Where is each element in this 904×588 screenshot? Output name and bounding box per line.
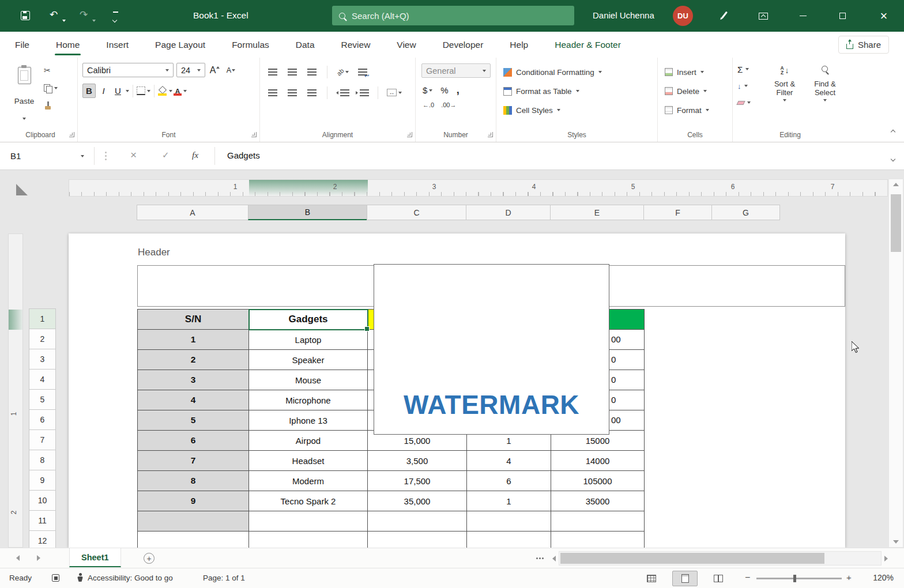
cell-styles-button[interactable]: Cell Styles (503, 103, 560, 118)
row-header-5[interactable]: 5 (29, 389, 56, 410)
scroll-up-icon[interactable] (893, 183, 899, 186)
horizontal-scroll-track[interactable] (559, 551, 882, 566)
cell-total[interactable]: 35000 (551, 491, 645, 511)
vertical-scroll-thumb[interactable] (891, 194, 901, 252)
sort-filter-button[interactable]: Sort & Filter (766, 63, 803, 101)
cell-empty[interactable] (249, 532, 368, 548)
inking-icon[interactable] (721, 12, 728, 19)
cell-sn[interactable]: 9 (138, 491, 249, 511)
column-header-g[interactable]: G (711, 205, 780, 220)
cell-sn[interactable]: 2 (138, 350, 249, 370)
tab-page-layout[interactable]: Page Layout (154, 32, 206, 58)
redo-dropdown-icon[interactable] (92, 14, 96, 24)
horizontal-scrollbar[interactable] (552, 551, 888, 566)
orientation-button[interactable] (336, 65, 349, 79)
fill-color-button[interactable] (158, 84, 172, 98)
tab-formulas[interactable]: Formulas (231, 32, 270, 58)
share-button[interactable]: Share (838, 36, 889, 54)
align-middle-button[interactable] (285, 65, 299, 79)
new-sheet-button[interactable] (144, 553, 155, 564)
tab-help[interactable]: Help (508, 32, 529, 58)
cell-total[interactable]: 105000 (551, 471, 645, 491)
scroll-left-icon[interactable] (552, 556, 556, 561)
paste-button[interactable]: Paste (9, 62, 39, 123)
increase-decimal-button[interactable]: ←.0 (423, 101, 434, 108)
tab-review[interactable]: Review (340, 32, 372, 58)
find-select-button[interactable]: Find & Select (807, 63, 843, 101)
font-size-combo[interactable]: 24 (176, 63, 205, 77)
decrease-decimal-button[interactable]: .00→ (441, 101, 456, 108)
close-button[interactable] (871, 0, 897, 32)
bold-button[interactable]: B (82, 84, 96, 98)
cell-price[interactable]: 17,500 (368, 471, 467, 491)
formula-input[interactable]: Gadgets (227, 150, 260, 160)
vertical-scrollbar[interactable] (888, 179, 903, 548)
italic-button[interactable]: I (97, 84, 110, 98)
cell-sn[interactable]: 5 (138, 410, 249, 431)
watermark-image-box[interactable]: WATERMARK (374, 264, 609, 435)
align-left-button[interactable] (266, 85, 279, 100)
horizontal-scroll-thumb[interactable] (560, 553, 824, 564)
cell-name[interactable]: Moderm (249, 471, 368, 491)
cell-name[interactable]: Mouse (249, 370, 368, 390)
font-name-combo[interactable]: Calibri (82, 63, 174, 77)
cell-name[interactable]: Headset (249, 451, 368, 471)
zoom-slider-thumb[interactable] (793, 575, 796, 582)
column-header-f[interactable]: F (643, 205, 712, 220)
autosum-button[interactable]: Σ (737, 63, 751, 75)
horizontal-ruler[interactable]: 1 2 3 4 5 6 7 (69, 179, 888, 197)
expand-formula-bar-icon[interactable] (891, 153, 895, 163)
cell-name[interactable]: Laptop (249, 330, 368, 350)
row-header-7[interactable]: 7 (29, 429, 56, 450)
ribbon-display-options-icon[interactable] (759, 13, 768, 20)
percent-button[interactable]: % (440, 83, 448, 97)
cell-empty[interactable] (138, 511, 249, 532)
align-center-button[interactable] (285, 85, 299, 100)
accessibility-status[interactable]: Accessibility: Good to go (88, 574, 173, 582)
increase-font-button[interactable] (208, 63, 221, 77)
page-layout-view-button[interactable] (672, 571, 698, 586)
save-icon[interactable] (21, 11, 30, 20)
vertical-ruler[interactable]: 1 2 (8, 233, 23, 548)
column-header-b[interactable]: B (248, 205, 367, 220)
row-header-9[interactable]: 9 (29, 470, 56, 491)
tab-data[interactable]: Data (295, 32, 316, 58)
zoom-slider[interactable] (756, 578, 842, 579)
cell-name[interactable]: Microphone (249, 390, 368, 410)
scroll-right-icon[interactable] (884, 556, 888, 561)
zoom-out-icon[interactable] (745, 572, 750, 583)
tab-view[interactable]: View (396, 32, 417, 58)
undo-icon[interactable] (50, 9, 58, 21)
cell-sn[interactable]: 4 (138, 390, 249, 410)
cell-empty[interactable] (138, 532, 249, 548)
zoom-in-icon[interactable] (846, 572, 852, 582)
number-format-combo[interactable]: General (421, 63, 491, 78)
row-header-10[interactable]: 10 (29, 490, 56, 511)
format-as-table-button[interactable]: Format as Table (503, 84, 579, 99)
cell-empty[interactable] (551, 532, 645, 548)
confirm-entry-icon[interactable] (162, 150, 170, 160)
cell-sn[interactable]: 7 (138, 451, 249, 471)
column-header-a[interactable]: A (137, 205, 248, 220)
cell-name[interactable]: Iphone 13 (249, 410, 368, 431)
alignment-dialog-launcher-icon[interactable] (407, 132, 412, 137)
cell-sn[interactable]: 1 (138, 330, 249, 350)
align-right-button[interactable] (305, 85, 318, 100)
cell-empty[interactable] (249, 511, 368, 532)
scroll-down-icon[interactable] (893, 540, 899, 544)
tab-header-footer[interactable]: Header & Footer (553, 32, 622, 58)
cell-price[interactable]: 35,000 (368, 491, 467, 511)
cell-qty[interactable]: 1 (467, 491, 551, 511)
cell-name[interactable]: Tecno Spark 2 (249, 491, 368, 511)
minimize-button[interactable] (790, 0, 816, 32)
copy-button[interactable] (44, 82, 58, 94)
cell-sn[interactable]: 8 (138, 471, 249, 491)
currency-button[interactable]: $ (423, 83, 432, 97)
name-box[interactable]: B1 (5, 147, 90, 165)
insert-function-icon[interactable]: fx (192, 150, 198, 160)
merge-center-button[interactable] (387, 85, 402, 100)
row-header-8[interactable]: 8 (29, 450, 56, 470)
formula-bar-handle-icon[interactable] (105, 152, 107, 153)
sheet-tab-sheet1[interactable]: Sheet1 (69, 548, 121, 567)
cell-empty[interactable] (551, 511, 645, 532)
